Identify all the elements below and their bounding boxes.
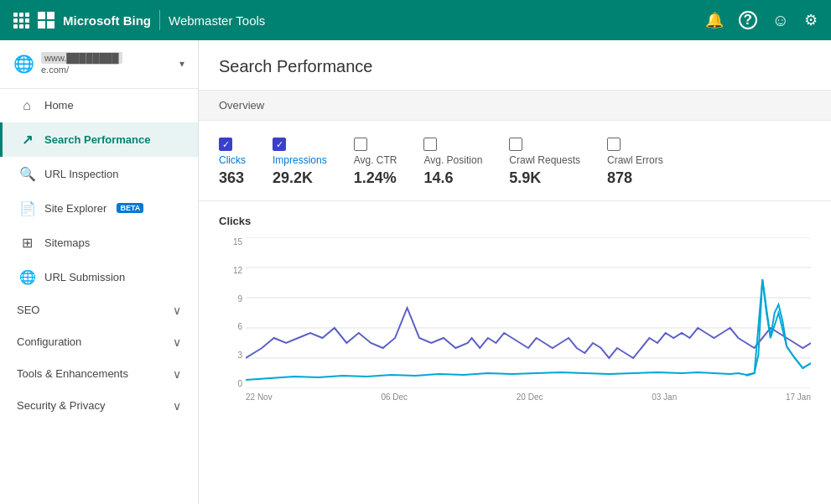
impressions-value: 29.2K [273,169,327,187]
settings-icon[interactable]: ⚙ [804,11,818,29]
help-icon[interactable]: ? [739,11,757,29]
crawl-requests-label: Crawl Requests [509,154,580,166]
sitemaps-icon: ⊞ [19,235,34,251]
app-name: Microsoft Bing [63,13,151,28]
search-performance-icon: ↗ [19,132,34,148]
crawl-requests-value: 5.9K [509,169,580,187]
domain-text: www.████████ e.com/ [41,52,173,76]
beta-badge: BETA [117,203,143,213]
crawl-requests-checkbox[interactable] [509,138,522,151]
header: Microsoft Bing Webmaster Tools 🔔 ? ☺ ⚙ [0,0,831,40]
chart-container: 15 12 9 6 3 0 [219,237,811,405]
x-label-dec20: 20 Dec [517,392,543,402]
grid-icon[interactable] [13,13,29,29]
header-right: 🔔 ? ☺ ⚙ [705,11,818,30]
y-label-9: 9 [219,294,242,304]
crawl-errors-checkbox[interactable] [607,138,621,151]
sidebar-item-search-performance-label: Search Performance [44,133,150,146]
sidebar: 🌐 www.████████ e.com/ ▾ ⌂ Home ↗ Search … [0,40,199,504]
seo-label: SEO [17,304,39,316]
tools-label: Tools & Enhancements [17,367,128,380]
configuration-expand-icon: ∨ [173,335,181,349]
sidebar-section-tools-enhancements[interactable]: Tools & Enhancements ∨ [0,358,198,390]
avg-ctr-checkbox[interactable] [354,138,367,151]
sidebar-section-seo[interactable]: SEO ∨ [0,294,198,326]
sidebar-section-security-privacy[interactable]: Security & Privacy ∨ [0,390,198,422]
sidebar-item-site-explorer[interactable]: 📄 Site Explorer BETA [0,191,198,226]
sidebar-item-home[interactable]: ⌂ Home [0,89,198,122]
clicks-checkbox[interactable]: ✓ [219,138,232,151]
impressions-checkbox[interactable]: ✓ [273,138,286,151]
notification-icon[interactable]: 🔔 [705,11,724,29]
impressions-label: Impressions [273,154,327,166]
metric-impressions[interactable]: ✓ Impressions 29.2K [273,138,327,187]
sidebar-item-search-performance[interactable]: ↗ Search Performance [0,122,198,157]
tool-name: Webmaster Tools [169,13,265,28]
avg-ctr-label: Avg. CTR [354,154,397,166]
avg-position-checkbox[interactable] [423,138,437,151]
sidebar-item-home-label: Home [44,99,74,112]
avg-position-label: Avg. Position [423,154,482,166]
metrics-row: ✓ Clicks 363 ✓ Impressions 29.2K Avg. CT… [199,121,831,201]
windows-logo [38,12,55,29]
home-icon: ⌂ [19,98,34,113]
x-label-nov22: 22 Nov [246,392,273,402]
security-label: Security & Privacy [17,399,105,412]
tools-expand-icon: ∨ [173,367,181,381]
main-content: Search Performance Overview ✓ Clicks 363… [199,40,831,504]
sidebar-item-sitemaps-label: Sitemaps [44,236,90,249]
metric-clicks[interactable]: ✓ Clicks 363 [219,138,246,187]
sidebar-item-url-inspection-label: URL Inspection [44,168,118,180]
layout: 🌐 www.████████ e.com/ ▾ ⌂ Home ↗ Search … [0,40,831,504]
sidebar-item-sitemaps[interactable]: ⊞ Sitemaps [0,226,198,260]
header-left: Microsoft Bing Webmaster Tools [13,10,695,30]
section-header: Overview [199,91,831,121]
avg-position-value: 14.6 [423,169,482,187]
chart-x-labels: 22 Nov 06 Dec 20 Dec 03 Jan 17 Jan [246,388,811,405]
chart-title: Clicks [219,215,811,227]
sidebar-section-configuration[interactable]: Configuration ∨ [0,326,198,358]
globe-icon: 🌐 [13,54,34,74]
smiley-icon[interactable]: ☺ [772,11,789,30]
domain-url-line2: e.com/ [41,64,173,75]
sidebar-item-url-submission-label: URL Submission [44,271,125,283]
x-label-jan03: 03 Jan [652,392,677,402]
configuration-label: Configuration [17,335,81,348]
chart-svg-area [246,237,811,388]
crawl-errors-value: 878 [607,169,663,187]
chart-svg [246,237,811,388]
sidebar-item-url-submission[interactable]: 🌐 URL Submission [0,260,198,294]
y-label-0: 0 [219,379,242,388]
y-label-15: 15 [219,237,242,247]
metric-avg-position[interactable]: Avg. Position 14.6 [423,138,482,187]
domain-url-line1: www.████████ [41,52,122,64]
y-label-12: 12 [219,266,242,275]
clicks-label: Clicks [219,154,246,166]
domain-chevron-icon: ▾ [179,58,184,70]
metric-crawl-requests[interactable]: Crawl Requests 5.9K [509,138,580,187]
page-header: Search Performance [199,40,831,91]
page-title: Search Performance [219,57,811,76]
y-label-6: 6 [219,322,242,331]
metric-avg-ctr[interactable]: Avg. CTR 1.24% [354,138,397,187]
x-label-dec06: 06 Dec [381,392,408,402]
metric-crawl-errors[interactable]: Crawl Errors 878 [607,138,663,187]
domain-selector[interactable]: 🌐 www.████████ e.com/ ▾ [0,40,198,89]
chart-section: Clicks 15 12 9 6 3 0 [199,201,831,422]
url-submission-icon: 🌐 [19,269,34,285]
site-explorer-icon: 📄 [19,200,34,216]
x-label-jan17: 17 Jan [786,392,811,402]
sidebar-item-url-inspection[interactable]: 🔍 URL Inspection [0,157,198,191]
y-label-3: 3 [219,351,242,360]
security-expand-icon: ∨ [173,399,181,413]
seo-expand-icon: ∨ [173,304,181,317]
header-divider [159,10,160,30]
crawl-errors-label: Crawl Errors [607,154,663,166]
sidebar-item-site-explorer-label: Site Explorer [44,202,106,215]
url-inspection-icon: 🔍 [19,166,34,182]
avg-ctr-value: 1.24% [354,169,397,187]
clicks-value: 363 [219,169,246,187]
chart-y-labels: 15 12 9 6 3 0 [219,237,242,388]
